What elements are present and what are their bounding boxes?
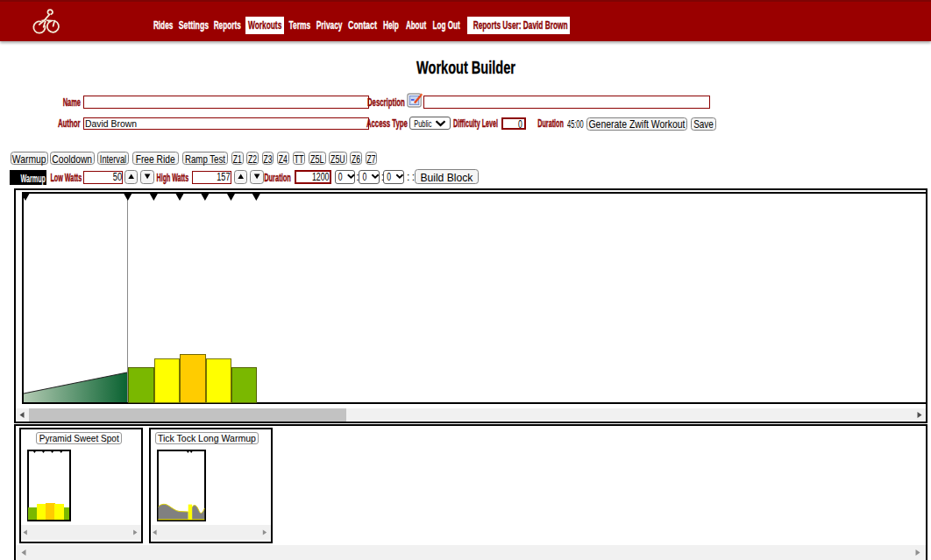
svg-text:Low Watts: Low Watts [50, 172, 82, 184]
svg-text:Description: Description [367, 96, 405, 109]
svg-text:Access Type: Access Type [366, 117, 408, 130]
svg-text:45:00: 45:00 [567, 118, 584, 131]
svg-text:Difficulty Level: Difficulty Level [453, 117, 498, 130]
svg-text:Name: Name [63, 96, 81, 109]
svg-text:Duration: Duration [264, 172, 291, 184]
svg-text:Workout Builder: Workout Builder [416, 57, 515, 77]
svg-text::: : [407, 171, 409, 183]
svg-text:High Watts: High Watts [157, 172, 189, 184]
svg-text:Author: Author [58, 117, 81, 130]
svg-text:Duration: Duration [537, 117, 564, 130]
